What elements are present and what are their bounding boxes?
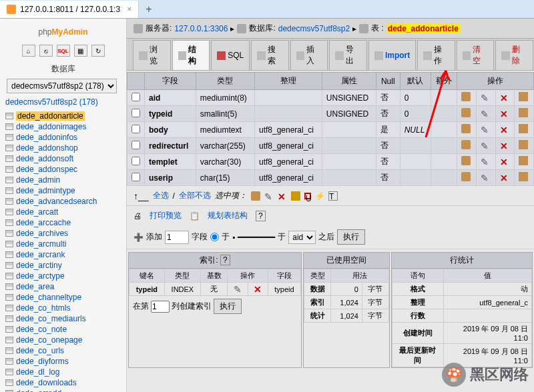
sidebar-table-item[interactable]: dede_channeltype xyxy=(0,292,126,303)
logout-icon[interactable]: ⎋ xyxy=(39,45,53,57)
row-checkbox[interactable] xyxy=(131,141,140,149)
sidebar-table-item[interactable]: dede_area xyxy=(0,281,126,292)
row-more-icon[interactable] xyxy=(519,140,528,149)
selected-edit-icon[interactable]: ✎ xyxy=(264,191,274,201)
sidebar-table-item[interactable]: dede_diyforms xyxy=(0,356,126,367)
sidebar-table-item[interactable]: dede_addonspec xyxy=(0,164,126,175)
row-delete-icon[interactable]: ✕ xyxy=(500,109,509,118)
row-delete-icon[interactable]: ✕ xyxy=(500,125,509,134)
sidebar-table-item[interactable]: dede_addonshop xyxy=(0,143,126,153)
row-browse-icon[interactable] xyxy=(461,156,471,165)
row-checkbox[interactable] xyxy=(131,173,140,181)
sidebar-table-item[interactable]: dede_arcrank xyxy=(0,249,126,260)
sidebar-table-item[interactable]: dede_arcmulti xyxy=(0,239,126,249)
reload-icon[interactable]: ↻ xyxy=(91,45,105,57)
row-browse-icon[interactable] xyxy=(461,140,471,149)
database-select[interactable]: dedecmsv57utf8sp2 (178) xyxy=(7,79,117,93)
sidebar-table-item[interactable]: dede_addonarticle xyxy=(0,111,126,121)
sidebar-table-item[interactable]: dede_admin xyxy=(0,175,126,185)
row-browse-icon[interactable] xyxy=(461,124,471,133)
row-edit-icon[interactable]: ✎ xyxy=(481,141,490,150)
sidebar-table-item[interactable]: dede_co_mediaurls xyxy=(0,313,126,324)
sidebar-table-item[interactable]: dede_archives xyxy=(0,228,126,239)
index-go-button[interactable]: 执行 xyxy=(214,299,242,314)
print-preview-link[interactable]: 打印预览 xyxy=(150,210,182,221)
index-col-input[interactable] xyxy=(151,301,170,313)
sidebar-table-item[interactable]: dede_co_htmls xyxy=(0,303,126,313)
selected-delete-icon[interactable]: ✕ xyxy=(278,191,287,201)
sidebar-table-item[interactable]: dede_arctiny xyxy=(0,260,126,271)
sidebar-table-item[interactable]: dede_addonsoft xyxy=(0,153,126,164)
sidebar-table-item[interactable]: dede_advancedsearch xyxy=(0,196,126,207)
row-delete-icon[interactable]: ✕ xyxy=(500,173,509,182)
breadcrumb-server[interactable]: 127.0.0.1:3306 xyxy=(174,24,228,33)
propose-structure-link[interactable]: 规划表结构 xyxy=(208,210,248,221)
sidebar-table-item[interactable]: dede_arccache xyxy=(0,217,126,228)
index-edit-icon[interactable]: ✎ xyxy=(233,284,242,293)
sidebar-table-item[interactable]: dede_dl_log xyxy=(0,367,126,377)
close-icon[interactable]: × xyxy=(127,5,131,14)
sql-icon[interactable]: SQL xyxy=(57,45,70,57)
tab-export[interactable]: 导出 xyxy=(329,40,367,70)
unselect-all-link[interactable]: 全部不选 xyxy=(179,190,211,201)
tab-import[interactable]: Import xyxy=(368,40,416,70)
selected-fulltext-icon[interactable]: T xyxy=(328,191,338,201)
sidebar-table-item[interactable]: dede_co_urls xyxy=(0,345,126,356)
row-browse-icon[interactable] xyxy=(461,92,471,101)
row-delete-icon[interactable]: ✕ xyxy=(500,157,509,166)
add-go-button[interactable]: 执行 xyxy=(337,229,365,245)
breadcrumb-db[interactable]: dedecmsv57utf8sp2 xyxy=(278,24,350,33)
index-delete-icon[interactable]: ✕ xyxy=(253,284,262,293)
row-checkbox[interactable] xyxy=(131,93,140,101)
add-after-select[interactable]: aid xyxy=(288,231,316,244)
add-pos-end-radio[interactable] xyxy=(210,233,219,241)
sidebar-table-item[interactable]: dede_co_onepage xyxy=(0,335,126,345)
row-edit-icon[interactable]: ✎ xyxy=(481,125,490,134)
sidebar-table-item[interactable]: dede_admintype xyxy=(0,185,126,196)
row-checkbox[interactable] xyxy=(131,125,140,133)
row-edit-icon[interactable]: ✎ xyxy=(481,173,490,182)
row-edit-icon[interactable]: ✎ xyxy=(481,93,490,102)
tab-browse[interactable]: 浏览 xyxy=(133,40,171,70)
sidebar-table-item[interactable]: dede_arcatt xyxy=(0,207,126,217)
row-checkbox[interactable] xyxy=(131,157,140,165)
row-edit-icon[interactable]: ✎ xyxy=(481,157,490,166)
row-delete-icon[interactable]: ✕ xyxy=(500,141,509,150)
selected-primary-icon[interactable] xyxy=(291,191,300,201)
select-all-link[interactable]: 全选 xyxy=(153,190,169,201)
tab-operations[interactable]: 操作 xyxy=(417,40,455,70)
row-more-icon[interactable] xyxy=(519,172,528,181)
row-browse-icon[interactable] xyxy=(461,108,471,117)
new-tab-button[interactable]: + xyxy=(139,3,158,15)
tab-empty[interactable]: 清空 xyxy=(457,40,495,70)
tab-structure[interactable]: 结构 xyxy=(172,40,210,70)
row-more-icon[interactable] xyxy=(519,108,528,117)
tab-sql[interactable]: SQL xyxy=(211,40,250,70)
sidebar-table-item[interactable]: dede_addonimages xyxy=(0,121,126,132)
tab-search[interactable]: 搜索 xyxy=(251,40,289,70)
help-icon[interactable]: ? xyxy=(220,255,230,265)
tab-drop[interactable]: 删除 xyxy=(495,40,533,70)
sidebar-table-item[interactable]: dede_arctype xyxy=(0,271,126,281)
database-link[interactable]: dedecmsv57utf8sp2 (178) xyxy=(0,95,126,109)
row-more-icon[interactable] xyxy=(519,124,528,133)
sidebar-table-item[interactable]: dede_erradd xyxy=(0,388,126,392)
row-more-icon[interactable] xyxy=(519,92,528,101)
row-delete-icon[interactable]: ✕ xyxy=(500,93,509,102)
row-edit-icon[interactable]: ✎ xyxy=(481,109,490,118)
row-browse-icon[interactable] xyxy=(461,172,471,181)
sidebar-table-item[interactable]: dede_downloads xyxy=(0,377,126,388)
browser-tab-active[interactable]: 127.0.0.1:8011 / 127.0.0.1:3 × xyxy=(0,1,139,18)
row-more-icon[interactable] xyxy=(519,156,528,165)
home-icon[interactable]: ⌂ xyxy=(22,45,35,57)
sidebar-table-item[interactable]: dede_co_note xyxy=(0,324,126,335)
sidebar-table-item[interactable]: dede_addoninfos xyxy=(0,132,126,143)
selected-unique-icon[interactable]: U xyxy=(304,193,311,199)
add-count-input[interactable] xyxy=(165,231,189,244)
doc-icon[interactable]: ▦ xyxy=(74,45,87,57)
row-checkbox[interactable] xyxy=(131,109,140,117)
tab-insert[interactable]: 插入 xyxy=(290,40,328,70)
help-icon[interactable]: ? xyxy=(256,211,266,221)
selected-index-icon[interactable]: ⚡ xyxy=(315,191,324,201)
selected-browse-icon[interactable] xyxy=(251,191,260,201)
